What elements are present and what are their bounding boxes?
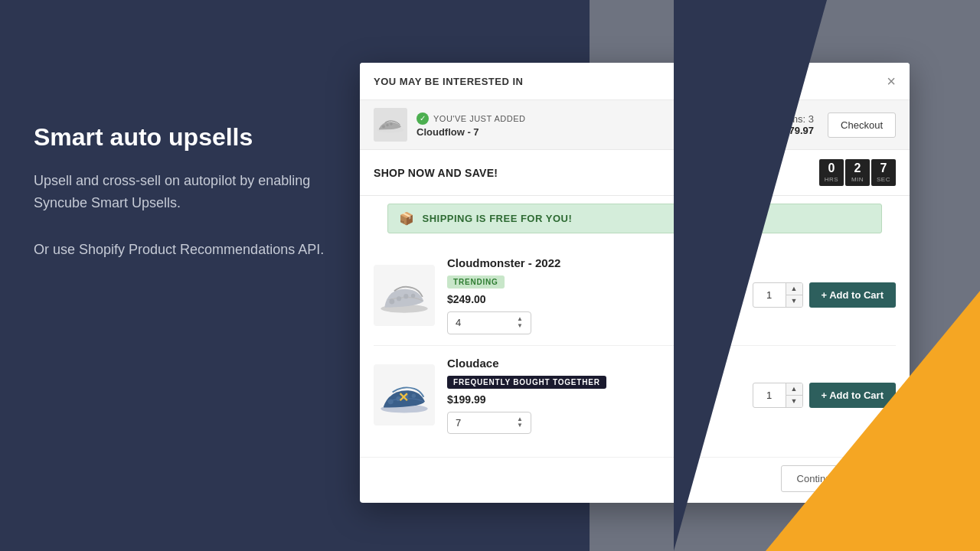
cart-product-name: Cloudflow - 7 xyxy=(416,126,525,138)
countdown-minutes: 2 MIN xyxy=(845,159,870,186)
product-1-size-value: 4 xyxy=(456,317,461,328)
size-select-arrows-2: ▲ ▼ xyxy=(517,416,523,430)
left-paragraph-1: Upsell and cross-sell on autopilot by en… xyxy=(34,170,325,214)
svg-point-10 xyxy=(388,399,394,405)
minutes-label: MIN xyxy=(851,176,864,183)
product-1-image xyxy=(374,265,435,326)
cart-product-thumbnail xyxy=(374,108,407,142)
modal-title: YOU MAY BE INTERESTED IN xyxy=(374,76,523,87)
left-panel: Smart auto upsells Upsell and cross-sell… xyxy=(34,122,325,285)
cart-shoe-icon xyxy=(375,114,406,135)
svg-point-3 xyxy=(390,122,393,126)
product-2-image xyxy=(374,364,435,425)
product-2-size-select[interactable]: 7 ▲ ▼ xyxy=(447,412,531,435)
product-1-size-select[interactable]: 4 ▲ ▼ xyxy=(447,311,531,334)
minutes-value: 2 xyxy=(854,162,861,174)
svg-point-1 xyxy=(382,126,385,129)
seconds-label: SEC xyxy=(877,176,890,183)
cart-bar-left: ✓ YOU'VE JUST ADDED Cloudflow - 7 xyxy=(374,108,525,142)
svg-point-2 xyxy=(386,124,389,127)
modal-header: YOU MAY BE INTERESTED IN × xyxy=(360,63,910,100)
product-2-shoe-icon xyxy=(377,376,432,414)
shipping-banner-wrapper: 📦 SHIPPING IS FREE FOR YOU! xyxy=(360,196,910,238)
seconds-value: 7 xyxy=(880,162,887,174)
svg-point-5 xyxy=(389,298,394,304)
cart-bar: ✓ YOU'VE JUST ADDED Cloudflow - 7 Cart i… xyxy=(360,100,910,150)
countdown-seconds: 7 SEC xyxy=(871,159,896,186)
product-2-size-value: 7 xyxy=(456,417,461,429)
svg-point-8 xyxy=(411,293,415,297)
cart-added-info: ✓ YOU'VE JUST ADDED Cloudflow - 7 xyxy=(416,112,525,138)
close-button[interactable]: × xyxy=(887,73,896,89)
left-paragraph-2: Or use Shopify Product Recommendations A… xyxy=(34,239,325,261)
svg-point-7 xyxy=(403,294,408,298)
size-select-arrows: ▲ ▼ xyxy=(517,316,523,330)
shop-now-text: SHOP NOW AND SAVE! xyxy=(374,167,498,179)
cart-added-label: ✓ YOU'VE JUST ADDED xyxy=(416,112,525,125)
svg-point-6 xyxy=(397,296,401,301)
shipping-icon: 📦 xyxy=(399,211,415,226)
shop-now-bar: SHOP NOW AND SAVE! 0 HRS 2 MIN 7 SEC xyxy=(360,150,910,196)
product-2-badge: FREQUENTLY BOUGHT TOGETHER xyxy=(447,376,606,389)
countdown-timer: 0 HRS 2 MIN 7 SEC xyxy=(819,159,896,186)
checkout-button[interactable]: Checkout xyxy=(828,112,896,138)
left-heading: Smart auto upsells xyxy=(34,122,325,152)
hours-value: 0 xyxy=(828,162,835,174)
check-icon: ✓ xyxy=(416,112,429,125)
bg-yellow-triangle xyxy=(766,291,980,551)
product-1-shoe-icon xyxy=(377,276,432,315)
product-1-badge: TRENDING xyxy=(447,276,505,289)
svg-point-13 xyxy=(412,394,416,398)
shipping-text: SHIPPING IS FREE FOR YOU! xyxy=(423,213,573,224)
